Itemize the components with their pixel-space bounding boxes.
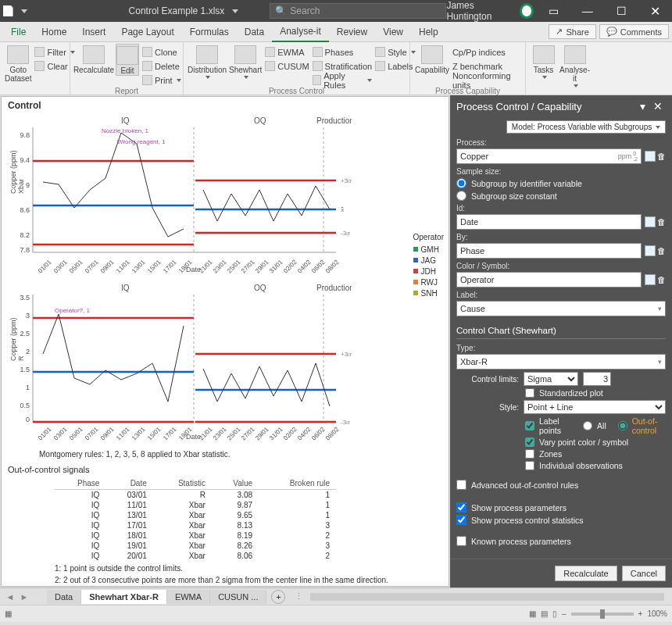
- recalculate-button[interactable]: Recalculate: [555, 566, 617, 581]
- phases-button[interactable]: Phases: [313, 45, 373, 59]
- ewma-button[interactable]: EWMA: [265, 45, 309, 59]
- zoom-level[interactable]: 100%: [647, 609, 667, 618]
- process-field[interactable]: Copperppm 0.2: [456, 148, 642, 164]
- control-limits-value[interactable]: [583, 372, 611, 386]
- edit-button[interactable]: Edit: [116, 44, 139, 76]
- sheet-nav-next[interactable]: ►: [17, 592, 31, 602]
- tab-page-layout[interactable]: Page Layout: [113, 23, 181, 41]
- maximize-button[interactable]: ☐: [607, 0, 634, 22]
- search-input[interactable]: 🔍 Search: [270, 3, 446, 19]
- nonconforming-button[interactable]: Nonconforming units: [452, 73, 520, 87]
- sheet-tab-ewma[interactable]: EWMA: [167, 590, 210, 604]
- show-process-params-checkbox[interactable]: [456, 502, 466, 512]
- add-sheet-button[interactable]: +: [271, 590, 285, 604]
- tab-home[interactable]: Home: [34, 23, 74, 41]
- ribbon-display-icon[interactable]: ▭: [540, 0, 567, 22]
- zoom-in-button[interactable]: +: [638, 609, 643, 618]
- panel-close-icon[interactable]: ✕: [650, 100, 666, 112]
- apply-rules-button[interactable]: Apply Rules: [313, 73, 373, 87]
- label-ooc-radio[interactable]: [618, 421, 627, 430]
- radio-identifier[interactable]: [456, 178, 466, 188]
- label-points-checkbox[interactable]: [525, 421, 534, 430]
- show-control-stats-checkbox[interactable]: [456, 515, 466, 525]
- title-dropdown-icon[interactable]: [232, 9, 238, 13]
- panel-dropdown-icon[interactable]: ▾: [634, 100, 650, 112]
- print-button[interactable]: Print: [142, 73, 181, 87]
- cppp-button[interactable]: Cp/Pp indices: [452, 45, 520, 59]
- zones-checkbox[interactable]: [525, 449, 534, 459]
- variable-icon[interactable]: [645, 216, 656, 227]
- color-field[interactable]: Operator: [456, 272, 642, 288]
- zoom-slider[interactable]: [571, 612, 634, 616]
- sheet-nav-prev[interactable]: ◄: [3, 592, 17, 602]
- id-field[interactable]: Date: [456, 214, 642, 230]
- delete-field-icon[interactable]: 🗑: [657, 217, 666, 227]
- tab-analyse-it[interactable]: Analyse-it: [272, 22, 329, 42]
- tab-view[interactable]: View: [375, 23, 411, 41]
- view-normal-icon[interactable]: ▦: [529, 609, 536, 618]
- goto-dataset-button[interactable]: Goto Dataset: [5, 44, 31, 83]
- variable-icon[interactable]: [645, 151, 656, 162]
- tab-review[interactable]: Review: [329, 23, 375, 41]
- label-all-radio[interactable]: [583, 421, 592, 430]
- delete-field-icon[interactable]: 🗑: [657, 246, 666, 255]
- control-limits-method[interactable]: Sigma: [524, 372, 578, 386]
- r-chart[interactable]: IQ OQ Production 3.5 3 2.5 2 1.5 1 0.5 0: [8, 283, 442, 447]
- capability-button[interactable]: Capability: [415, 44, 449, 74]
- cancel-button[interactable]: Cancel: [622, 566, 666, 581]
- view-break-icon[interactable]: ▯: [552, 609, 557, 618]
- comments-button[interactable]: 💬Comments: [599, 24, 669, 39]
- clone-button[interactable]: Clone: [142, 45, 181, 59]
- sheet-tab-cusum[interactable]: CUSUN ...: [210, 590, 266, 604]
- shewhart-button[interactable]: Shewhart: [229, 44, 262, 79]
- model-dropdown[interactable]: Model: Process Variable with Subgroups: [506, 120, 666, 134]
- advanced-rules-checkbox[interactable]: [456, 480, 466, 490]
- analyse-it-button[interactable]: Analyse-it: [559, 44, 590, 88]
- tab-file[interactable]: File: [3, 23, 34, 41]
- signals-title: Out-of-control signals: [8, 465, 442, 474]
- tab-data[interactable]: Data: [237, 23, 272, 41]
- sheet-tab-shewhart[interactable]: Shewhart Xbar-R: [81, 590, 167, 604]
- style-field[interactable]: Point + Line: [524, 400, 666, 414]
- radio-constant[interactable]: [456, 191, 466, 201]
- sheet-tab-data[interactable]: Data: [47, 590, 81, 604]
- clear-button[interactable]: Clear: [34, 59, 74, 73]
- horizontal-scrollbar[interactable]: [310, 593, 664, 601]
- minimize-button[interactable]: —: [574, 0, 601, 22]
- labels-button[interactable]: Labels: [375, 59, 415, 73]
- tasks-button[interactable]: Tasks: [531, 44, 556, 79]
- share-button[interactable]: ↗Share: [549, 24, 595, 39]
- tab-help[interactable]: Help: [411, 23, 446, 41]
- filter-button[interactable]: Filter: [34, 45, 74, 59]
- view-layout-icon[interactable]: ▤: [541, 609, 548, 618]
- tab-formulas[interactable]: Formulas: [182, 23, 237, 41]
- type-field[interactable]: Xbar-R▾: [456, 354, 666, 370]
- variable-icon[interactable]: [645, 274, 656, 285]
- xbar-chart[interactable]: IQ OQ Production 9.8 9.4 9 8.6 8.2 7.8: [8, 116, 442, 280]
- vary-color-checkbox[interactable]: [525, 438, 534, 447]
- cusum-button[interactable]: CUSUM: [265, 59, 309, 73]
- phases-icon: [313, 47, 323, 57]
- svg-text:Production: Production: [316, 284, 352, 292]
- account-avatar-icon[interactable]: [520, 3, 534, 19]
- delete-field-icon[interactable]: 🗑: [657, 152, 666, 161]
- quick-access-caret-icon[interactable]: [21, 9, 27, 13]
- zoom-out-button[interactable]: –: [562, 609, 567, 618]
- tab-insert[interactable]: Insert: [74, 23, 113, 41]
- standardized-plot-checkbox[interactable]: [525, 388, 534, 398]
- table-row: IQ13/01Xbar9.651: [55, 510, 336, 520]
- variable-icon[interactable]: [645, 245, 656, 256]
- by-field[interactable]: Phase: [456, 243, 642, 259]
- save-icon[interactable]: [3, 5, 13, 16]
- filter-icon: [34, 47, 45, 57]
- close-button[interactable]: ✕: [642, 0, 669, 22]
- distribution-button[interactable]: Distribution: [188, 44, 226, 79]
- account-username[interactable]: James Huntington: [446, 0, 513, 22]
- delete-field-icon[interactable]: 🗑: [657, 275, 666, 284]
- style-button[interactable]: Style: [375, 45, 415, 59]
- label-field[interactable]: Cause▾: [456, 301, 666, 316]
- recalculate-button[interactable]: Recalculate: [75, 44, 113, 74]
- known-params-checkbox[interactable]: [456, 536, 466, 546]
- delete-button[interactable]: Delete: [142, 59, 181, 73]
- individual-obs-checkbox[interactable]: [525, 461, 534, 470]
